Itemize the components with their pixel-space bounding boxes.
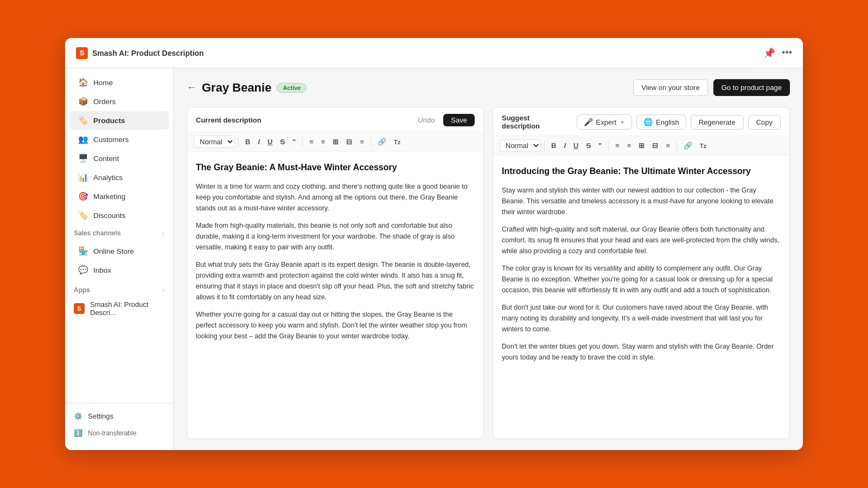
sidebar-item-content[interactable]: 🖥️ Content: [69, 149, 169, 168]
strikethrough-button-right[interactable]: S: [583, 140, 594, 151]
back-button[interactable]: ←: [187, 82, 196, 93]
save-button[interactable]: Save: [443, 114, 475, 126]
current-desc-heading: The Gray Beanie: A Must-Have Winter Acce…: [196, 160, 475, 175]
regenerate-button[interactable]: Regenerate: [691, 115, 744, 130]
suggest-toolbar: Normal B I U S " ≡ ≡ ⊞ ⊟ ≡: [493, 136, 789, 156]
current-desc-content[interactable]: The Gray Beanie: A Must-Have Winter Acce…: [187, 152, 483, 439]
current-desc-actions: Undo Save: [413, 114, 475, 126]
suggest-p2: Crafted with high-quality and soft mater…: [502, 224, 781, 256]
undo-button[interactable]: Undo: [413, 114, 439, 126]
clear-format-right[interactable]: Tz: [697, 141, 710, 151]
tone-value: Expert: [596, 118, 617, 126]
bold-button-right[interactable]: B: [548, 140, 559, 151]
toolbar-divider-r3: [676, 141, 677, 151]
current-desc-title: Current description: [196, 116, 261, 124]
toolbar-divider-r2: [608, 141, 609, 151]
current-desc-toolbar: Normal B I U S " ≡ ≡ ⊞ ⊟ ≡: [187, 132, 483, 152]
tone-selector[interactable]: 🎤 Expert ▼: [577, 114, 632, 130]
list-button-left[interactable]: ≡: [306, 136, 317, 147]
outdent-button-left[interactable]: ⊟: [343, 136, 355, 147]
suggest-heading: Introducing the Gray Beanie: The Ultimat…: [502, 164, 781, 178]
sidebar-label-content: Content: [93, 155, 119, 163]
sidebar-item-online-store[interactable]: 🏪 Online Store: [69, 242, 169, 260]
more-icon[interactable]: •••: [782, 47, 792, 59]
align-button-left[interactable]: ≡: [356, 136, 367, 147]
sidebar-item-orders[interactable]: 📦 Orders: [69, 92, 169, 111]
sidebar-label-discounts: Discounts: [93, 211, 125, 220]
copy-button[interactable]: Copy: [748, 115, 781, 130]
current-desc-p3: But what truly sets the Gray Beanie apar…: [196, 259, 475, 303]
smash-app-icon: S: [74, 303, 85, 314]
underline-button-right[interactable]: U: [570, 140, 582, 151]
status-badge: Active: [277, 83, 307, 93]
list2-button-left[interactable]: ≡: [318, 136, 329, 147]
underline-button-left[interactable]: U: [264, 136, 276, 147]
sidebar-label-products: Products: [93, 117, 125, 125]
sidebar-item-marketing[interactable]: 🎯 Marketing: [69, 187, 169, 206]
toolbar-divider-r1: [544, 141, 545, 151]
link-button-left[interactable]: 🔗: [374, 136, 390, 147]
sidebar-item-home[interactable]: 🏠 Home: [69, 73, 169, 92]
apps-label: Apps: [74, 286, 90, 294]
indent-button-right[interactable]: ⊞: [635, 140, 648, 151]
link-button-right[interactable]: 🔗: [680, 140, 695, 151]
page-header: ← Gray Beanie Active View on your store …: [187, 79, 790, 96]
home-icon: 🏠: [78, 78, 88, 87]
quote-button-left[interactable]: ": [289, 136, 299, 147]
suggest-header: Suggest description 🎤 Expert ▼ 🌐 English: [493, 107, 789, 136]
current-desc-header: Current description Undo Save: [187, 107, 483, 132]
sidebar-item-discounts[interactable]: 🏷️ Discounts: [69, 206, 169, 224]
sidebar-label-home: Home: [93, 79, 113, 87]
sidebar-item-products[interactable]: 🏷️ Products: [69, 111, 169, 130]
quote-button-right[interactable]: ": [595, 140, 605, 151]
header-actions: View on your store Go to product page: [633, 79, 790, 96]
sidebar-item-inbox[interactable]: 💬 Inbox: [69, 261, 169, 279]
pin-icon[interactable]: 📌: [763, 47, 775, 59]
current-desc-p2: Made from high-quality materials, this b…: [196, 220, 475, 253]
toolbar-divider-1: [238, 137, 239, 147]
list2-button-right[interactable]: ≡: [624, 140, 635, 151]
suggest-actions: Regenerate Copy: [691, 115, 781, 130]
sales-channels-label: Sales channels: [74, 229, 121, 237]
bold-button-left[interactable]: B: [242, 136, 253, 147]
sidebar-item-analytics[interactable]: 📊 Analytics: [69, 168, 169, 187]
sidebar-label-orders: Orders: [93, 98, 116, 106]
sidebar-label-analytics: Analytics: [93, 174, 123, 182]
strikethrough-button-left[interactable]: S: [277, 136, 288, 147]
suggest-p1: Stay warm and stylish this winter with o…: [502, 185, 781, 217]
discounts-icon: 🏷️: [78, 210, 88, 220]
indent-button-left[interactable]: ⊞: [329, 136, 342, 147]
clear-format-left[interactable]: Tz: [391, 137, 404, 147]
format-select-left[interactable]: Normal: [194, 136, 235, 148]
orders-icon: 📦: [78, 97, 88, 106]
italic-button-right[interactable]: I: [560, 140, 569, 151]
format-select-right[interactable]: Normal: [500, 139, 541, 152]
toolbar-divider-2: [302, 137, 303, 147]
panels-row: Current description Undo Save Normal B I: [187, 107, 790, 439]
outdent-button-right[interactable]: ⊟: [649, 140, 661, 151]
goto-product-button[interactable]: Go to product page: [713, 79, 790, 96]
lang-selector[interactable]: 🌐 English: [636, 114, 686, 130]
marketing-icon: 🎯: [78, 191, 88, 201]
sidebar-label-online-store: Online Store: [93, 247, 134, 255]
current-desc-p4: Whether you're going for a casual day ou…: [196, 309, 475, 342]
list-button-right[interactable]: ≡: [612, 140, 623, 151]
settings-icon: ⚙️: [74, 412, 82, 420]
sidebar-label-smash-ai: Smash AI: Product Descri...: [90, 300, 164, 317]
view-store-button[interactable]: View on your store: [633, 79, 707, 96]
settings-item[interactable]: ⚙️ Settings: [65, 408, 173, 425]
current-description-panel: Current description Undo Save Normal B I: [187, 107, 484, 439]
non-transferable-label: Non-transferable: [88, 429, 136, 437]
sidebar-label-inbox: Inbox: [93, 266, 111, 274]
current-desc-p1: Winter is a time for warm and cozy cloth…: [196, 181, 475, 214]
apps-section: Apps ›: [65, 280, 173, 296]
align-button-right[interactable]: ≡: [662, 140, 673, 151]
sidebar-item-smash-ai[interactable]: S Smash AI: Product Descri...: [65, 296, 173, 321]
non-transferable-item: ℹ️ Non-transferable: [65, 425, 173, 441]
italic-button-left[interactable]: I: [254, 136, 263, 147]
customers-icon: 👥: [78, 134, 88, 144]
sidebar-item-customers[interactable]: 👥 Customers: [69, 130, 169, 149]
online-store-icon: 🏪: [78, 246, 88, 256]
sales-channels-section[interactable]: Sales channels ›: [65, 225, 173, 241]
smash-logo-icon: S: [76, 47, 88, 59]
